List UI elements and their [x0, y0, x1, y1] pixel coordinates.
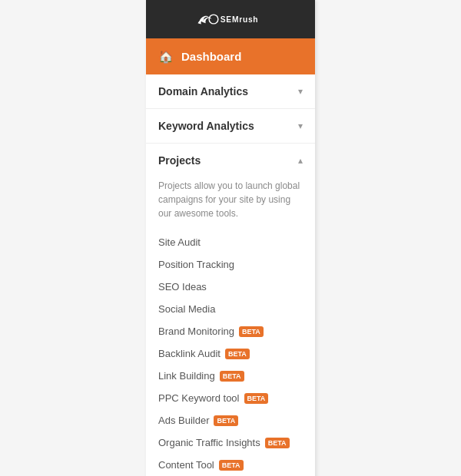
dashboard-nav-item[interactable]: 🏠 Dashboard	[146, 38, 315, 74]
sidebar: SEMrush 🏠 Dashboard Domain Analytics ▾ K…	[146, 0, 315, 476]
beta-badge-ppc: BETA	[244, 393, 269, 404]
chevron-up-icon: ▴	[298, 155, 303, 166]
list-item-organic-traffic[interactable]: Organic Traffic Insights BETA	[158, 431, 303, 454]
house-icon: 🏠	[158, 49, 174, 64]
list-item-ads-builder[interactable]: Ads Builder BETA	[158, 409, 303, 431]
list-item-seo-ideas[interactable]: SEO Ideas	[158, 276, 303, 298]
organic-traffic-label: Organic Traffic Insights	[158, 437, 260, 448]
semrush-logo-svg: SEMrush	[197, 11, 264, 28]
list-item-position-tracking[interactable]: Position Tracking	[158, 253, 303, 276]
ppc-keyword-label: PPC Keyword tool	[158, 392, 240, 404]
chevron-down-icon-2: ▾	[298, 121, 303, 131]
site-audit-label: Site Audit	[158, 236, 201, 248]
link-building-label: Link Building	[158, 370, 215, 382]
beta-badge-link-building: BETA	[220, 371, 244, 382]
beta-badge-organic-traffic: BETA	[265, 438, 290, 448]
brand-monitoring-label: Brand Monitoring	[158, 326, 234, 337]
list-item-link-building[interactable]: Link Building BETA	[158, 365, 303, 387]
content-tool-label: Content Tool	[158, 459, 214, 471]
projects-content: Projects allow you to launch global camp…	[146, 171, 315, 476]
svg-text:SEMrush: SEMrush	[221, 15, 259, 24]
beta-badge-ads-builder: BETA	[214, 415, 238, 426]
list-item-content-tool[interactable]: Content Tool BETA	[158, 454, 303, 476]
ads-builder-label: Ads Builder	[158, 415, 209, 426]
projects-description: Projects allow you to launch global camp…	[158, 171, 303, 231]
backlink-audit-label: Backlink Audit	[158, 348, 221, 359]
beta-badge-content-tool: BETA	[219, 460, 244, 471]
projects-label: Projects	[158, 154, 201, 167]
chevron-down-icon: ▾	[298, 86, 303, 97]
dashboard-label: Dashboard	[181, 50, 241, 63]
social-media-label: Social Media	[158, 303, 215, 315]
beta-badge-backlink-audit: BETA	[225, 349, 250, 359]
keyword-analytics-label: Keyword Analytics	[158, 120, 254, 132]
list-item-social-media[interactable]: Social Media	[158, 298, 303, 320]
list-item-ppc-keyword[interactable]: PPC Keyword tool BETA	[158, 387, 303, 409]
logo-container: SEMrush	[197, 11, 264, 28]
list-item-backlink-audit[interactable]: Backlink Audit BETA	[158, 342, 303, 365]
list-item-brand-monitoring[interactable]: Brand Monitoring BETA	[158, 320, 303, 342]
position-tracking-label: Position Tracking	[158, 259, 234, 270]
projects-nav-section: Projects ▴ Projects allow you to launch …	[146, 144, 315, 476]
domain-analytics-label: Domain Analytics	[158, 85, 248, 98]
sidebar-header: SEMrush	[146, 0, 315, 38]
svg-point-0	[209, 15, 218, 24]
projects-header[interactable]: Projects ▴	[146, 144, 315, 171]
list-item-site-audit[interactable]: Site Audit	[158, 231, 303, 253]
beta-badge-brand-monitoring: BETA	[239, 326, 264, 337]
domain-analytics-nav-item[interactable]: Domain Analytics ▾	[146, 74, 315, 109]
seo-ideas-label: SEO Ideas	[158, 281, 207, 293]
keyword-analytics-nav-item[interactable]: Keyword Analytics ▾	[146, 109, 315, 144]
